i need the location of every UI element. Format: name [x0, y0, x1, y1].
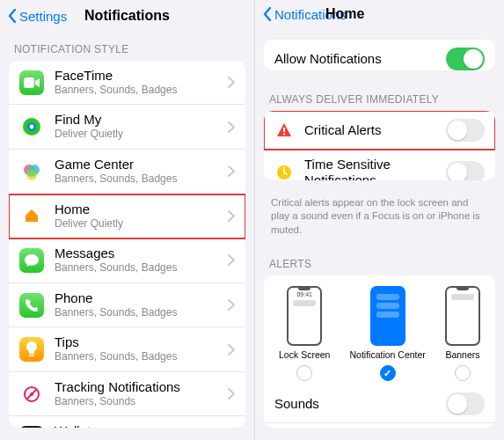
phone-icon: [19, 293, 44, 318]
section-header: ALERTS: [255, 247, 504, 275]
alert-style-picker: 09:41Lock ScreenNotification CenterBanne…: [264, 275, 495, 385]
alert-option-notification-center[interactable]: Notification Center: [349, 286, 425, 381]
svg-rect-0: [24, 77, 34, 88]
section-header: NOTIFICATION STYLE: [0, 33, 254, 61]
svg-point-11: [30, 392, 33, 396]
section-header: ALWAYS DELIVER IMMEDIATELY: [255, 83, 504, 111]
time-sensitive-icon: [274, 163, 294, 180]
back-label: Settings: [19, 9, 67, 24]
app-name: Game Center: [55, 157, 228, 172]
navbar: Settings Notifications: [0, 0, 254, 33]
app-row-gamecenter[interactable]: Game CenterBanners, Sounds, Badges: [9, 150, 245, 194]
svg-rect-16: [283, 128, 285, 132]
critical-alert-icon: [274, 121, 294, 140]
allow-notifications-label: Allow Notifications: [274, 51, 446, 67]
app-subtitle: Banners, Sounds, Badges: [55, 261, 228, 275]
app-name: Find My: [55, 112, 228, 128]
allow-notifications-row[interactable]: Allow Notifications: [264, 40, 495, 71]
alert-option-radio[interactable]: [296, 365, 312, 381]
app-subtitle: Deliver Quietly: [55, 217, 228, 231]
chevron-right-icon: [228, 388, 235, 400]
tracking-icon: [19, 382, 44, 407]
app-list: FaceTimeBanners, Sounds, BadgesFind MyDe…: [9, 61, 245, 428]
critical-alerts-row[interactable]: Critical Alerts: [264, 111, 495, 150]
phone-preview-icon: 09:41: [287, 286, 322, 346]
allow-notifications-toggle[interactable]: [446, 48, 485, 70]
app-name: Wallet: [55, 423, 228, 428]
app-subtitle: Banners, Sounds, Badges: [55, 84, 228, 98]
app-subtitle: Banners, Sounds: [55, 395, 228, 409]
app-name: Tips: [55, 334, 228, 350]
chevron-right-icon: [228, 77, 235, 88]
alert-option-lock-screen[interactable]: 09:41Lock Screen: [279, 286, 330, 381]
time-sensitive-row[interactable]: Time Sensitive Notifications: [264, 150, 495, 180]
app-row-facetime[interactable]: FaceTimeBanners, Sounds, Badges: [9, 61, 245, 106]
app-row-tracking[interactable]: Tracking NotificationsBanners, Sounds: [9, 372, 245, 417]
sounds-toggle[interactable]: [446, 392, 485, 415]
critical-alerts-label: Critical Alerts: [304, 122, 446, 138]
navbar: Notifications Home: [255, 0, 504, 29]
phone-preview-icon: [445, 286, 480, 346]
app-name: Phone: [55, 290, 228, 306]
sounds-row[interactable]: Sounds: [264, 385, 495, 423]
notifications-settings-screen: Settings Notifications NOTIFICATION STYL…: [0, 0, 255, 440]
phone-preview-icon: [370, 286, 405, 346]
home-icon: [19, 203, 44, 228]
app-row-tips[interactable]: TipsBanners, Sounds, Badges: [9, 327, 245, 372]
chevron-right-icon: [228, 210, 235, 222]
findmy-icon: [19, 114, 44, 139]
messages-icon: [19, 248, 44, 273]
wallet-icon: [19, 426, 44, 428]
chevron-right-icon: [228, 254, 235, 266]
sounds-label: Sounds: [274, 396, 446, 412]
app-notification-settings-screen: Notifications Home Allow Notifications A…: [255, 0, 504, 440]
badges-row[interactable]: Badges: [264, 423, 495, 428]
app-row-home[interactable]: HomeDeliver Quietly: [9, 194, 245, 239]
alert-option-radio[interactable]: [380, 365, 396, 381]
critical-alerts-toggle[interactable]: [446, 119, 485, 142]
alert-option-label: Banners: [445, 349, 479, 360]
chevron-left-icon: [7, 8, 18, 24]
svg-rect-8: [29, 355, 34, 356]
app-subtitle: Banners, Sounds, Badges: [55, 172, 228, 187]
facetime-icon: [19, 70, 44, 95]
app-subtitle: Banners, Sounds, Badges: [55, 306, 228, 320]
app-subtitle: Banners, Sounds, Badges: [55, 350, 228, 364]
alerts-group: 09:41Lock ScreenNotification CenterBanne…: [264, 275, 495, 428]
chevron-left-icon: [262, 6, 273, 22]
alert-option-label: Lock Screen: [279, 349, 330, 360]
alert-option-radio[interactable]: [455, 365, 471, 381]
app-name: FaceTime: [55, 68, 228, 84]
time-sensitive-toggle[interactable]: [446, 161, 485, 180]
back-button[interactable]: Notifications: [262, 6, 347, 22]
app-name: Messages: [55, 246, 228, 261]
app-name: Tracking Notifications: [55, 379, 228, 395]
gamecenter-icon: [19, 159, 44, 184]
back-button[interactable]: Settings: [7, 8, 67, 24]
alert-option-banners[interactable]: Banners: [445, 286, 480, 381]
chevron-right-icon: [228, 165, 235, 177]
tips-icon: [19, 337, 44, 362]
app-row-findmy[interactable]: Find MyDeliver Quietly: [9, 105, 245, 150]
app-name: Home: [55, 202, 228, 217]
allow-notifications-group: Allow Notifications: [264, 40, 495, 71]
svg-point-7: [26, 166, 37, 177]
alert-option-label: Notification Center: [349, 349, 425, 360]
critical-alerts-footer: Critical alerts appear on the lock scree…: [255, 193, 504, 248]
deliver-immediately-group: Critical Alerts Time Sensitive Notificat…: [264, 111, 495, 180]
app-row-messages[interactable]: MessagesBanners, Sounds, Badges: [9, 238, 245, 283]
svg-rect-17: [283, 133, 285, 135]
app-row-wallet[interactable]: WalletBanners, Sounds, Badges: [9, 416, 245, 428]
app-row-phone[interactable]: PhoneBanners, Sounds, Badges: [9, 283, 245, 328]
chevron-right-icon: [228, 121, 235, 133]
svg-point-3: [30, 125, 34, 129]
chevron-right-icon: [228, 299, 235, 311]
app-subtitle: Deliver Quietly: [55, 128, 228, 142]
time-sensitive-label: Time Sensitive Notifications: [304, 157, 446, 180]
back-label: Notifications: [274, 7, 347, 22]
chevron-right-icon: [228, 344, 235, 356]
